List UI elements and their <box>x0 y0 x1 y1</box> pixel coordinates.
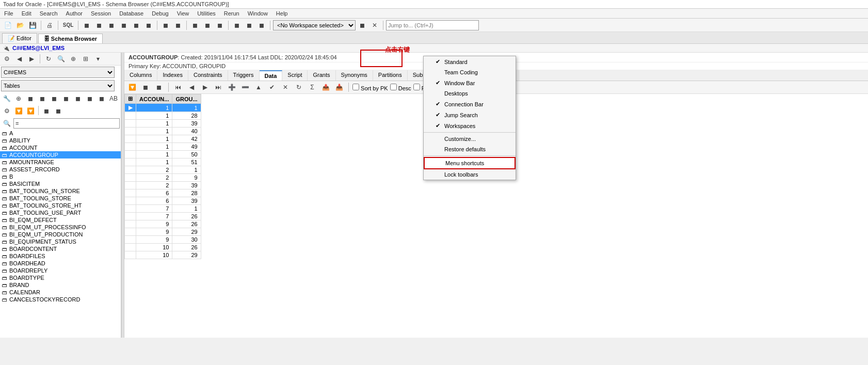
table-type-select[interactable]: Tables <box>1 80 115 91</box>
menu-item-search[interactable]: Search <box>36 9 62 18</box>
lp-icon11[interactable]: ⚙ <box>1 106 12 116</box>
nav-next[interactable]: ▶ <box>26 54 37 64</box>
sub-tab-indexes[interactable]: Indexes <box>157 70 188 81</box>
context-menu-item-jump-search[interactable]: ✔Jump Search <box>424 109 516 120</box>
table-row[interactable]: 9 29 <box>125 228 201 236</box>
context-menu-item-connection-bar[interactable]: ✔Connection Bar <box>424 99 516 109</box>
table-row[interactable]: 9 30 <box>125 236 201 244</box>
table-row[interactable]: 10 26 <box>125 244 201 251</box>
menu-item-edit[interactable]: Edit <box>18 9 36 18</box>
table-filter-input[interactable] <box>13 118 120 129</box>
up-btn[interactable]: ▲ <box>253 82 264 92</box>
jump-to-input[interactable] <box>386 20 479 30</box>
table-list-item[interactable]: 🗃BOARDTYPE <box>0 274 121 281</box>
toolbar-btn8[interactable]: ◼ <box>172 20 184 30</box>
lp-icon3[interactable]: ◼ <box>25 93 36 104</box>
table-row[interactable]: 2 1 <box>125 166 201 174</box>
table-row[interactable]: 6 39 <box>125 197 201 205</box>
table-list-item[interactable]: 🗃BOARDHEAD <box>0 260 121 267</box>
table-list-item[interactable]: 🗃CANCELSTOCKYRECORD <box>0 296 121 303</box>
lp-icon2[interactable]: ⊕ <box>13 93 24 104</box>
menu-item-file[interactable]: File <box>0 9 18 18</box>
sub-tab-constraints[interactable]: Constraints <box>188 70 228 81</box>
lp-icon6[interactable]: ◼ <box>60 93 72 104</box>
menu-item-session[interactable]: Session <box>87 9 115 18</box>
lp-icon13[interactable]: 🔽 <box>25 106 36 116</box>
sub-tab-synonyms[interactable]: Synonyms <box>336 70 373 81</box>
toolbar-btn5[interactable]: ◼ <box>131 20 142 30</box>
table-row[interactable]: 7 26 <box>125 213 201 220</box>
table-row[interactable]: 1 28 <box>125 112 201 120</box>
toolbar-btn10[interactable]: ◼ <box>202 20 213 30</box>
filter-data-btn[interactable]: 🔽 <box>126 82 138 92</box>
grid-btn[interactable]: ⊞ <box>80 54 91 64</box>
table-list-item[interactable]: 🗃BOARDREPLY <box>0 267 121 274</box>
desc-check[interactable] <box>390 84 397 90</box>
table-list-item[interactable]: 🗃BI_EQM_DEFECT <box>0 216 121 224</box>
open-btn[interactable]: 📂 <box>14 20 26 30</box>
toolbar-btn2[interactable]: ◼ <box>93 20 105 30</box>
table-row[interactable]: 1 51 <box>125 158 201 166</box>
context-menu-item-window-bar[interactable]: ✔Window Bar <box>424 77 516 88</box>
lp-icon4[interactable]: ◼ <box>37 93 48 104</box>
toolbar-btn12[interactable]: ◼ <box>231 20 243 30</box>
context-menu-item-standard[interactable]: ✔Standard <box>424 56 516 67</box>
schema-icon[interactable]: ⚙ <box>1 54 12 64</box>
table-row[interactable]: 9 26 <box>125 220 201 228</box>
context-menu-item-menu-shortcuts[interactable]: Menu shortcuts <box>424 157 516 169</box>
check-btn[interactable]: ✔ <box>266 82 278 92</box>
lp-icon14[interactable]: ◼ <box>41 106 52 116</box>
menu-item-author[interactable]: Author <box>62 9 87 18</box>
table-row[interactable]: 7 1 <box>125 205 201 213</box>
table-row[interactable]: 1 39 <box>125 120 201 128</box>
table-list-item[interactable]: 🗃BAT_TOOLING_STORE_HT <box>0 202 121 209</box>
table-list-item[interactable]: 🗃BAT_TOOLING_USE_PART <box>0 209 121 216</box>
table-list-item[interactable]: 🗃BOARDFILES <box>0 252 121 260</box>
lp-icon1[interactable]: 🔧 <box>1 93 12 104</box>
table-list-item[interactable]: 🗃ACCOUNT <box>0 144 121 151</box>
lp-icon8[interactable]: ◼ <box>84 93 95 104</box>
nav-prev[interactable]: ◀ <box>13 54 25 64</box>
read-only-check[interactable] <box>413 84 420 90</box>
table-row[interactable]: 1 40 <box>125 128 201 135</box>
table-row[interactable]: 6 28 <box>125 189 201 197</box>
sql-btn[interactable]: SQL <box>61 20 75 30</box>
table-list-item[interactable]: 🗃AMOUNTRANGE <box>0 158 121 166</box>
table-row[interactable]: 1 49 <box>125 143 201 151</box>
menu-item-rerun[interactable]: Rerun <box>220 9 244 18</box>
table-row[interactable]: 2 9 <box>125 174 201 182</box>
print-btn[interactable]: 🖨 <box>44 20 55 30</box>
toolbar-btn6[interactable]: ◼ <box>143 20 154 30</box>
toolbar-btn1[interactable]: ◼ <box>81 20 92 30</box>
lp-icon10[interactable]: AB <box>108 93 119 104</box>
context-menu-item-customize...[interactable]: Customize... <box>424 134 516 144</box>
filter-btn[interactable]: ⊕ <box>68 54 79 64</box>
table-list-item[interactable]: 🗃BRAND <box>0 281 121 289</box>
lp-icon5[interactable]: ◼ <box>49 93 60 104</box>
toolbar-btn14[interactable]: ◼ <box>256 20 267 30</box>
filter-icon[interactable]: 🔍 <box>1 118 12 129</box>
sub-tab-data[interactable]: Data <box>260 70 283 81</box>
workspace-select[interactable]: <No Workspace selected> <box>273 20 356 30</box>
tab-editor[interactable]: 📝 Editor <box>2 33 37 43</box>
table-list-item[interactable]: 🗃ASSEST_RRCORD <box>0 166 121 173</box>
toolbar-btn9[interactable]: ◼ <box>189 20 201 30</box>
toolbar-btn3[interactable]: ◼ <box>106 20 117 30</box>
context-menu-item-desktops[interactable]: Desktops <box>424 88 516 99</box>
connection-label[interactable]: C##EMS@LVI_EMS <box>12 45 65 51</box>
menu-item-window[interactable]: Window <box>244 9 272 18</box>
table-list-item[interactable]: 🗃BI_EQUIPMENT_STATUS <box>0 238 121 245</box>
table-row[interactable]: 1 42 <box>125 135 201 143</box>
table-row[interactable]: 1 50 <box>125 151 201 158</box>
table-list-item[interactable]: 🗃BAT_TOOLING_STORE <box>0 195 121 202</box>
first-btn[interactable]: ⏮ <box>172 82 184 92</box>
menu-item-view[interactable]: View <box>173 9 194 18</box>
sub-tab-triggers[interactable]: Triggers <box>228 70 260 81</box>
table-list-item[interactable]: 🗃CALENDAR <box>0 289 121 296</box>
sort-pk-check[interactable] <box>352 84 359 90</box>
table-list-item[interactable]: 🗃B <box>0 173 121 180</box>
data-tb1[interactable]: ◼ <box>140 82 151 92</box>
menu-item-help[interactable]: Help <box>272 9 292 18</box>
cancel-btn[interactable]: ✕ <box>280 82 291 92</box>
context-menu-item-lock-toolbars[interactable]: Lock toolbars <box>424 169 516 180</box>
